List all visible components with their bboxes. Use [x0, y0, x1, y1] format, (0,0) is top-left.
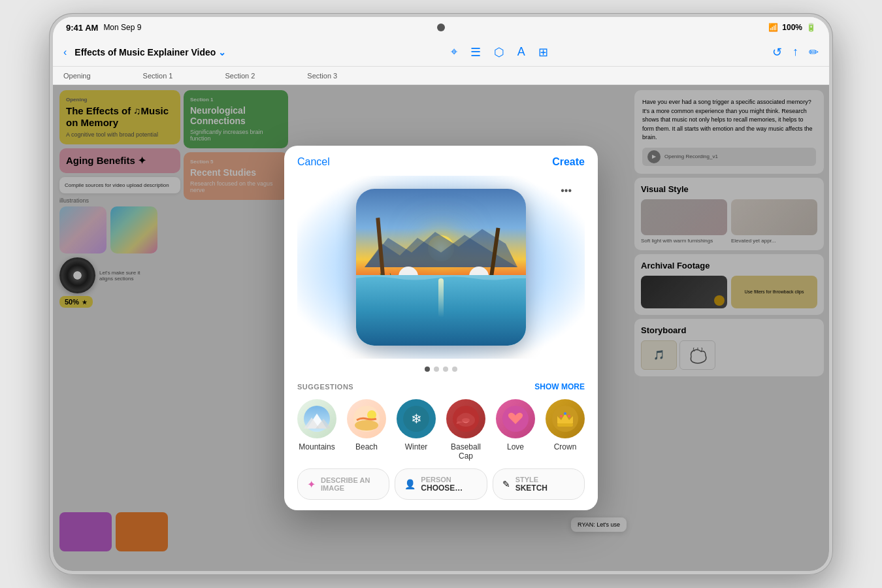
suggestion-mountains[interactable]: Mountains — [297, 399, 336, 461]
document-title: Effects of Music Explainer Video ⌄ — [74, 47, 226, 57]
battery-label: 100% — [782, 23, 802, 32]
media-icon[interactable]: ⊞ — [538, 45, 548, 59]
svg-point-20 — [568, 415, 570, 417]
suggestion-love[interactable]: Love — [496, 399, 535, 461]
person-value: CHOOSE… — [421, 483, 463, 493]
beach-icon — [347, 399, 386, 438]
canvas-area: Opening The Effects of ♫Music on Memory … — [53, 85, 829, 571]
create-button[interactable]: Create — [552, 156, 585, 168]
edit-icon[interactable]: ✏ — [809, 45, 819, 59]
svg-point-8 — [367, 410, 376, 419]
mountains-icon — [297, 399, 336, 438]
status-time: 9:41 AM — [66, 23, 98, 33]
style-label: STYLE — [515, 476, 547, 483]
pool-scene — [356, 189, 526, 346]
more-options-button[interactable]: ••• — [554, 182, 578, 199]
ipad-frame: 9:41 AM Mon Sep 9 📶 100% 🔋 ‹ Effects of … — [49, 13, 833, 575]
suggestion-beach[interactable]: Beach — [347, 399, 386, 461]
title-chevron-icon[interactable]: ⌄ — [218, 47, 226, 57]
section-1[interactable]: Section 1 — [143, 72, 173, 80]
svg-rect-17 — [557, 423, 573, 427]
navigate-icon[interactable]: ⌖ — [451, 45, 457, 59]
winter-label: Winter — [405, 442, 428, 451]
toolbar-center-icons: ⌖ ☰ ⬡ A ⊞ — [234, 45, 764, 59]
share-icon[interactable]: ⬡ — [494, 45, 504, 59]
cancel-button[interactable]: Cancel — [297, 156, 330, 168]
suggestions-label: SUGGESTIONS — [297, 383, 353, 391]
suggestions-header: SUGGESTIONS SHOW MORE — [297, 382, 585, 391]
modal-generated-image — [297, 176, 585, 359]
love-label: Love — [507, 442, 524, 451]
pool-water — [356, 275, 526, 346]
section-2[interactable]: Section 2 — [225, 72, 255, 80]
suggestion-winter[interactable]: ❄ Winter — [397, 399, 436, 461]
page-dot-3[interactable] — [443, 367, 448, 372]
modal-image-container: ••• — [297, 176, 585, 359]
show-more-button[interactable]: SHOW MORE — [534, 382, 585, 391]
svg-point-7 — [355, 420, 378, 431]
battery-icon: 🔋 — [806, 23, 816, 32]
describe-label: DESCRIBE ANIMAGE — [321, 476, 370, 492]
describe-icon: ✦ — [307, 478, 316, 491]
mountains-label: Mountains — [299, 442, 335, 451]
sun-reflection — [438, 278, 444, 318]
back-button[interactable]: ‹ — [63, 46, 67, 58]
modal-header: Cancel Create — [284, 146, 598, 176]
wifi-icon: 📶 — [768, 23, 778, 32]
svg-point-18 — [560, 415, 563, 417]
camera-notch — [437, 24, 445, 31]
svg-point-19 — [564, 412, 566, 415]
describe-image-input[interactable]: ✦ DESCRIBE ANIMAGE — [297, 468, 389, 500]
section-navigation: Opening Section 1 Section 2 Section 3 — [53, 67, 829, 85]
toolbar-right-icons: ↺ ↑ ✏ — [772, 45, 819, 59]
image-generation-modal: Cancel Create — [284, 146, 598, 510]
person-icon: 👤 — [404, 479, 416, 489]
suggestions-grid: Mountains — [297, 399, 585, 461]
beach-label: Beach — [355, 442, 378, 451]
winter-icon: ❄ — [397, 399, 436, 438]
section-3[interactable]: Section 3 — [307, 72, 337, 80]
section-opening[interactable]: Opening — [63, 72, 91, 80]
title-text: Effects of Music Explainer Video — [74, 47, 216, 57]
crown-icon — [546, 399, 585, 438]
modal-overlay: Cancel Create — [53, 85, 829, 571]
status-date: Mon Sep 9 — [103, 23, 141, 32]
baseball-cap-label: Baseball Cap — [446, 442, 485, 461]
person-input[interactable]: 👤 PERSON CHOOSE… — [395, 468, 487, 500]
toolbar: ‹ Effects of Music Explainer Video ⌄ ⌖ ☰… — [53, 38, 829, 67]
person-label: PERSON — [421, 476, 463, 483]
text-icon[interactable]: A — [517, 45, 525, 59]
page-dots — [284, 367, 598, 372]
baseball-cap-icon — [446, 399, 485, 438]
list-icon[interactable]: ☰ — [470, 45, 481, 59]
crown-label: Crown — [554, 442, 577, 451]
suggestions-section: SUGGESTIONS SHOW MORE — [284, 382, 598, 468]
history-icon[interactable]: ↺ — [772, 45, 782, 59]
style-input[interactable]: ✎ STYLE SKETCH — [493, 468, 585, 500]
export-icon[interactable]: ↑ — [792, 45, 798, 59]
style-value: SKETCH — [515, 483, 547, 493]
svg-text:❄: ❄ — [411, 412, 422, 426]
ipad-screen: 9:41 AM Mon Sep 9 📶 100% 🔋 ‹ Effects of … — [53, 17, 829, 571]
back-chevron-icon: ‹ — [63, 46, 67, 58]
bottom-inputs: ✦ DESCRIBE ANIMAGE 👤 PERSON CHOOSE… ✎ — [284, 468, 598, 510]
suggestion-crown[interactable]: Crown — [546, 399, 585, 461]
page-dot-1[interactable] — [425, 367, 430, 372]
page-dot-2[interactable] — [434, 367, 439, 372]
style-icon: ✎ — [502, 479, 510, 489]
page-dot-4[interactable] — [452, 367, 457, 372]
love-icon — [496, 399, 535, 438]
suggestion-baseball-cap[interactable]: Baseball Cap — [446, 399, 485, 461]
status-right: 📶 100% 🔋 — [768, 23, 816, 32]
